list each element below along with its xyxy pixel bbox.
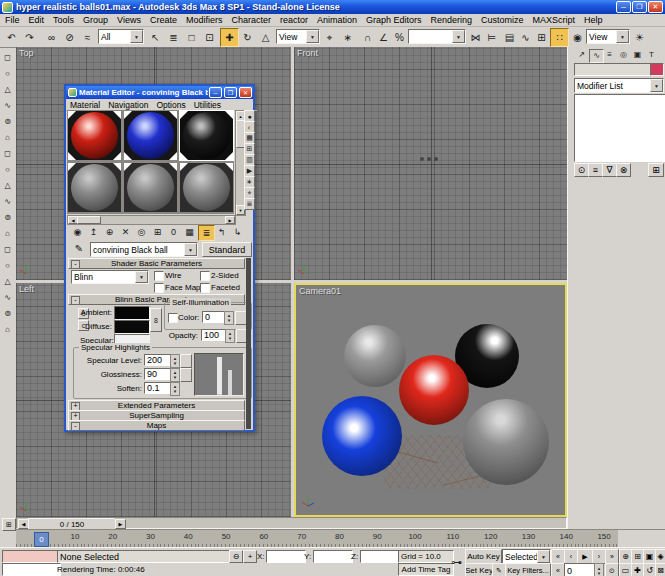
close-button[interactable]: ✕ xyxy=(648,1,663,13)
rollout-toggle-icon[interactable]: - xyxy=(71,260,80,269)
set-key-icon[interactable]: ⊶ xyxy=(450,550,463,575)
menu-item[interactable]: MAXScript xyxy=(533,15,576,25)
dropdown-arrow-icon[interactable] xyxy=(616,30,629,43)
menu-item[interactable]: File xyxy=(5,15,20,25)
modifier-stack-list[interactable] xyxy=(574,94,665,162)
absolute-mode-icon[interactable]: + xyxy=(243,550,257,563)
diffuse-color-swatch[interactable] xyxy=(114,320,150,334)
quick-render-icon[interactable]: ☀ xyxy=(630,28,649,47)
title-bar[interactable]: hyper realistic balls01.max - Autodesk 3… xyxy=(0,0,665,14)
menu-item[interactable]: Tools xyxy=(53,15,74,25)
minimize-button[interactable]: ─ xyxy=(616,1,631,13)
scene-object-dot[interactable] xyxy=(420,157,424,161)
reactor-icon-13[interactable]: ◻ xyxy=(1,243,14,256)
menu-item[interactable]: Create xyxy=(150,15,177,25)
configure-modifier-sets-button[interactable]: ⊞ xyxy=(648,163,664,177)
reactor-icon-5[interactable]: ⊚ xyxy=(1,115,14,128)
material-editor-title-bar[interactable]: Material Editor - convining Black ball ─… xyxy=(66,86,253,99)
window-crossing-icon[interactable]: ⊡ xyxy=(200,28,219,47)
align-icon[interactable]: ⊨ xyxy=(482,28,501,47)
self-illum-spinner[interactable] xyxy=(224,311,234,325)
me-menu-item[interactable]: Utilities xyxy=(194,100,221,110)
slot-sphere-grey[interactable] xyxy=(183,164,230,211)
face-map-label[interactable]: Face Map xyxy=(165,283,201,292)
menu-item[interactable]: Animation xyxy=(317,15,357,25)
zoom-extents-all-icon[interactable]: ◈ xyxy=(655,549,665,564)
rollout-toggle-icon[interactable]: - xyxy=(71,422,80,431)
me-menu-item[interactable]: Material xyxy=(70,100,100,110)
object-name-field[interactable] xyxy=(574,63,652,76)
reactor-icon-10[interactable]: ∿ xyxy=(1,195,14,208)
tab-modify-icon[interactable]: ∿ xyxy=(589,49,604,63)
me-close-button[interactable]: ✕ xyxy=(239,87,252,98)
slot-sphere-red[interactable] xyxy=(71,112,118,159)
maps-rollout[interactable]: - Maps xyxy=(68,420,245,431)
slot-sphere-blue[interactable] xyxy=(127,112,174,159)
select-and-manipulate-icon[interactable]: ∗ xyxy=(338,28,357,47)
material-slot[interactable] xyxy=(67,110,122,161)
reactor-icon-11[interactable]: ⊚ xyxy=(1,211,14,224)
y-coordinate-field[interactable] xyxy=(313,550,353,563)
menu-item[interactable]: Group xyxy=(83,15,108,25)
reactor-icon-15[interactable]: △ xyxy=(1,275,14,288)
select-and-scale-icon[interactable]: △ xyxy=(256,28,275,47)
reactor-icon-8[interactable]: ○ xyxy=(1,163,14,176)
reactor-icon-4[interactable]: ∿ xyxy=(1,99,14,112)
add-time-tag[interactable]: Add Time Tag xyxy=(398,563,454,576)
me-menu-item[interactable]: Navigation xyxy=(108,100,148,110)
two-sided-label[interactable]: 2-Sided xyxy=(211,271,239,280)
reactor-icon-17[interactable]: ⊚ xyxy=(1,307,14,320)
put-material-to-scene-icon[interactable]: ↥ xyxy=(86,225,101,239)
viewport-front-label[interactable]: Front xyxy=(297,48,318,58)
play-button[interactable]: ▶ xyxy=(577,549,593,564)
reactor-icon-1[interactable]: ◻ xyxy=(1,51,14,64)
min-max-toggle-icon[interactable]: ⊠ xyxy=(655,563,665,576)
rollout-scrollbar[interactable] xyxy=(246,258,251,429)
wire-label[interactable]: Wire xyxy=(165,271,181,280)
reactor-icon-14[interactable]: ○ xyxy=(1,259,14,272)
time-slider-track[interactable]: ◀ 0 / 150 ▶ xyxy=(16,517,567,529)
dropdown-arrow-icon[interactable] xyxy=(537,550,550,563)
go-to-start-icon[interactable]: « xyxy=(551,549,565,564)
show-map-in-viewport-icon[interactable]: ▦ xyxy=(182,225,197,239)
scrollbar-thumb[interactable] xyxy=(77,216,101,224)
material-editor-icon[interactable]: ∷ xyxy=(550,28,569,47)
viewport-camera[interactable]: Camera01 xyxy=(294,283,567,517)
render-type-dropdown[interactable]: View xyxy=(586,29,630,44)
go-to-parent-icon[interactable]: ↰ xyxy=(214,225,229,239)
material-type-button[interactable]: Standard xyxy=(202,242,252,257)
blue-ball[interactable] xyxy=(322,396,402,476)
menu-item[interactable]: Rendering xyxy=(431,15,473,25)
unlink-selection-icon[interactable]: ⊘ xyxy=(60,28,79,47)
rollout-toggle-icon[interactable]: - xyxy=(71,296,80,305)
reactor-icon-2[interactable]: ○ xyxy=(1,67,14,80)
tab-motion-icon[interactable]: ◎ xyxy=(617,49,630,61)
dropdown-arrow-icon[interactable] xyxy=(135,271,148,283)
reactor-icon-18[interactable]: ⌂ xyxy=(1,323,14,336)
make-unique-button[interactable]: ∇ xyxy=(602,163,617,177)
viewport-front[interactable]: Front xyxy=(294,47,567,280)
get-material-icon[interactable]: ◉ xyxy=(70,225,85,239)
go-forward-to-sibling-icon[interactable]: ↳ xyxy=(230,225,245,239)
make-material-copy-icon[interactable]: ◎ xyxy=(134,225,149,239)
menu-item[interactable]: Edit xyxy=(29,15,45,25)
material-slot[interactable] xyxy=(123,110,178,161)
material-slot[interactable] xyxy=(123,162,178,213)
faceted-checkbox[interactable] xyxy=(200,283,210,293)
tab-display-icon[interactable]: ▣ xyxy=(631,49,644,61)
me-menu-item[interactable]: Options xyxy=(156,100,185,110)
faceted-label[interactable]: Faceted xyxy=(211,283,240,292)
face-map-checkbox[interactable] xyxy=(154,283,164,293)
set-key-pencil-icon[interactable]: ✎ xyxy=(492,563,506,576)
menu-item[interactable]: Help xyxy=(584,15,603,25)
select-and-link-icon[interactable]: ∞ xyxy=(42,28,61,47)
viewport-top-label[interactable]: Top xyxy=(19,48,34,58)
modifier-list-dropdown[interactable]: Modifier List xyxy=(574,78,664,93)
maximize-button[interactable]: ❐ xyxy=(632,1,647,13)
glossiness-spinner[interactable] xyxy=(170,368,180,382)
dropdown-arrow-icon[interactable] xyxy=(130,30,143,43)
object-color-swatch[interactable] xyxy=(650,63,664,76)
reset-material-icon[interactable]: ✕ xyxy=(118,225,133,239)
x-coordinate-field[interactable] xyxy=(266,550,306,563)
specular-level-spinner[interactable] xyxy=(170,354,180,368)
